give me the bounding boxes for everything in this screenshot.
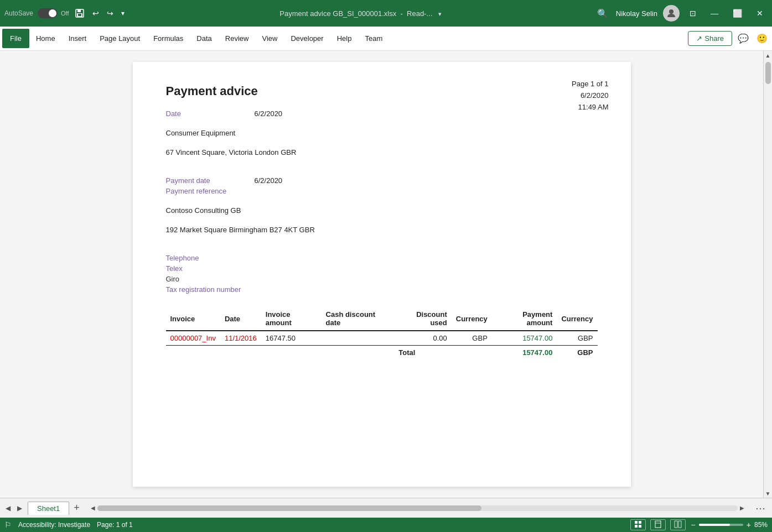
autosave-label: AutoSave <box>4 9 33 17</box>
svg-rect-5 <box>635 521 638 524</box>
cell-currency2: GBP <box>557 331 597 346</box>
share-label: Share <box>704 34 724 43</box>
vertical-scrollbar[interactable]: ▲ ▼ <box>763 51 772 498</box>
sheet-tab-sheet1[interactable]: Sheet1 <box>28 502 69 515</box>
tab-options-button[interactable]: ⋯ <box>751 502 770 514</box>
menu-home[interactable]: Home <box>29 29 62 48</box>
payment-ref-label: Payment reference <box>166 187 255 195</box>
cell-total-label <box>166 346 395 360</box>
telephone-row: Telephone <box>166 254 598 262</box>
menu-developer[interactable]: Developer <box>284 29 330 48</box>
col-discount-used: Discount used <box>394 307 451 331</box>
payment-date-row: Payment date 6/2/2020 <box>166 176 598 185</box>
scroll-thumb[interactable] <box>765 62 771 84</box>
menu-insert[interactable]: Insert <box>62 29 94 48</box>
add-sheet-button[interactable]: + <box>69 501 84 515</box>
svg-rect-11 <box>675 521 677 528</box>
h-scroll-thumb[interactable] <box>97 505 481 511</box>
read-mode: Read-... <box>407 9 432 18</box>
zoom-level: 85% <box>754 521 768 529</box>
restore-button[interactable]: ⬜ <box>728 7 747 20</box>
redo-button[interactable]: ↪ <box>105 7 116 20</box>
tab-prev-button[interactable]: ◀ <box>2 502 14 514</box>
close-button[interactable]: ✕ <box>752 7 768 20</box>
menu-review[interactable]: Review <box>219 29 256 48</box>
zoom-controls: − + 85% <box>690 520 768 529</box>
zoom-slider-fill <box>699 524 730 526</box>
svg-rect-8 <box>639 525 641 528</box>
minimize-button[interactable]: — <box>706 7 723 20</box>
cell-payment-amount: 15747.00 <box>492 331 557 346</box>
payment-date-value: 6/2/2020 <box>255 176 283 185</box>
normal-view-button[interactable] <box>630 519 646 530</box>
autosave-toggle[interactable] <box>38 8 58 18</box>
svg-rect-3 <box>78 14 81 16</box>
giro-label: Giro <box>166 275 255 283</box>
telex-label: Telex <box>166 264 255 273</box>
title-bar-right: 🔍 Nikolay Selin ⊡ — ⬜ ✕ <box>595 5 768 22</box>
cell-currency1: GBP <box>452 331 492 346</box>
title-bar-center: Payment advice GB_SI_000001.xlsx - Read-… <box>131 9 590 18</box>
horizontal-scrollbar[interactable]: ◀ ▶ <box>84 505 751 511</box>
menu-help[interactable]: Help <box>330 29 359 48</box>
share-icon: ↗ <box>696 34 702 43</box>
cell-date: 11/1/2016 <box>220 331 261 346</box>
h-scroll-track[interactable] <box>97 505 738 511</box>
ribbon-right: ↗ Share 💬 🙂 <box>688 31 770 46</box>
col-payment-amount: Payment amount <box>492 307 557 331</box>
doc-container[interactable]: Page 1 of 1 6/2/2020 11:49 AM Payment ad… <box>0 51 763 498</box>
file-name: Payment advice GB_SI_000001.xlsx <box>279 9 396 18</box>
page-time: 11:49 AM <box>572 102 609 113</box>
restore-window-button[interactable]: ⊡ <box>685 7 701 20</box>
zoom-slider[interactable] <box>699 524 743 526</box>
toggle-knob <box>49 9 56 17</box>
vendor-section: Contoso Consulting GB 192 Market Square … <box>166 206 598 234</box>
col-invoice-amount: Invoice amount <box>261 307 322 331</box>
scroll-down-button[interactable]: ▼ <box>764 489 773 498</box>
invoice-table: Invoice Date Invoice amount Cash discoun… <box>166 307 598 359</box>
sheet-area: Page 1 of 1 6/2/2020 11:49 AM Payment ad… <box>0 51 763 498</box>
giro-row: Giro <box>166 275 598 283</box>
page-number: Page 1 of 1 <box>572 79 609 90</box>
scroll-up-button[interactable]: ▲ <box>764 51 773 60</box>
zoom-in-button[interactable]: + <box>745 520 752 529</box>
quick-access-button[interactable]: ▾ <box>119 7 127 19</box>
save-button[interactable] <box>72 6 87 20</box>
accessibility-icon: ⚐ <box>4 520 12 529</box>
main-area: Page 1 of 1 6/2/2020 11:49 AM Payment ad… <box>0 51 772 498</box>
tax-reg-row: Tax registration number <box>166 285 598 294</box>
share-button[interactable]: ↗ Share <box>688 31 732 46</box>
svg-rect-6 <box>639 521 641 524</box>
page-break-view-button[interactable] <box>670 519 686 530</box>
menu-team[interactable]: Team <box>358 29 389 48</box>
menu-data[interactable]: Data <box>190 29 218 48</box>
menu-file[interactable]: File <box>2 29 29 48</box>
company-name: Consumer Equipment <box>166 129 598 137</box>
svg-rect-9 <box>655 521 661 528</box>
menu-formulas[interactable]: Formulas <box>147 29 190 48</box>
h-scroll-right-button[interactable]: ▶ <box>738 505 747 511</box>
menu-view[interactable]: View <box>255 29 284 48</box>
tab-bar: ◀ ▶ Sheet1 + ◀ ▶ ⋯ <box>0 498 772 518</box>
search-button[interactable]: 🔍 <box>595 6 610 21</box>
zoom-out-button[interactable]: − <box>690 520 697 529</box>
undo-button[interactable]: ↩ <box>90 7 101 20</box>
doc-title: Payment advice <box>166 84 598 98</box>
emoji-button[interactable]: 🙂 <box>754 31 770 46</box>
accessibility-label: Accessibility: Investigate <box>18 521 90 529</box>
telephone-label: Telephone <box>166 254 255 262</box>
date-label: Date <box>166 109 255 118</box>
telex-row: Telex <box>166 264 598 273</box>
tab-next-button[interactable]: ▶ <box>14 502 25 514</box>
avatar[interactable] <box>663 5 680 22</box>
comment-button[interactable]: 💬 <box>735 31 751 46</box>
dropdown-arrow-icon[interactable]: ▾ <box>438 11 442 17</box>
cell-invoice-amount: 16747.50 <box>261 331 322 346</box>
status-bar: ⚐ Accessibility: Investigate Page: 1 of … <box>0 518 772 532</box>
h-scroll-left-button[interactable]: ◀ <box>89 505 97 511</box>
svg-rect-12 <box>678 521 681 528</box>
page-layout-view-button[interactable] <box>650 519 666 530</box>
company-address: 67 Vincent Square, Victoria London GBR <box>166 148 598 157</box>
title-bar: AutoSave Off ↩ ↪ ▾ Payment advice GB_SI_… <box>0 0 772 27</box>
menu-page-layout[interactable]: Page Layout <box>93 29 147 48</box>
